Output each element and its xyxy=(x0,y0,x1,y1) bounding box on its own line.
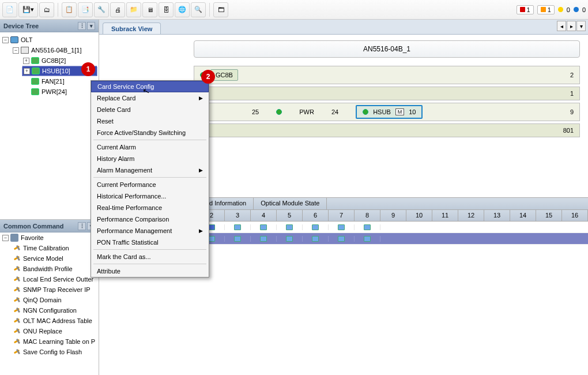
ctx-history-alarm[interactable]: History Alarm xyxy=(91,153,209,164)
tree-node-pwr[interactable]: PWR[24] xyxy=(22,87,97,97)
alarm-info-icon xyxy=(574,7,579,12)
ctx-performance-management[interactable]: Performance Management▶ xyxy=(91,225,209,237)
callout-badge-1: 1 xyxy=(81,62,95,76)
alarm-major-chip[interactable]: 1 xyxy=(537,5,555,14)
alarm-critical-chip[interactable]: 1 xyxy=(517,5,534,14)
port-icon xyxy=(260,224,267,230)
expand-icon[interactable]: − xyxy=(2,235,9,241)
toolbar-btn[interactable]: 🔧 xyxy=(94,2,109,17)
favorite-item[interactable]: Bandwidth Profile xyxy=(0,264,99,274)
port-icon xyxy=(312,236,319,242)
toolbar-btn[interactable]: 🖥 xyxy=(142,2,157,17)
td-port[interactable] xyxy=(277,236,303,242)
td-port[interactable] xyxy=(329,224,355,230)
toolbar-btn[interactable]: 🗄 xyxy=(159,2,174,17)
separator xyxy=(58,3,58,17)
expand-icon[interactable]: − xyxy=(13,47,19,54)
ctx-force-switching[interactable]: Force Active/Standby Switching xyxy=(91,127,209,138)
td-port[interactable] xyxy=(251,236,277,242)
favorite-item[interactable]: SNMP Trap Receiver IP xyxy=(0,284,99,295)
favorite-item[interactable]: OLT MAC Address Table xyxy=(0,316,99,326)
port-icon xyxy=(364,224,371,230)
slot-801[interactable]: 801 xyxy=(194,123,580,137)
ctx-attribute[interactable]: Attribute xyxy=(91,265,209,277)
node-label: OLT xyxy=(21,36,33,43)
favorite-item[interactable]: QinQ Domain xyxy=(0,295,99,305)
th-port-12: 12 xyxy=(458,210,484,221)
ctx-performance-comparison[interactable]: Performance Comparison xyxy=(91,213,209,225)
ctx-mark-card[interactable]: Mark the Card as... xyxy=(91,251,209,262)
tree-node-olt[interactable]: − OLT xyxy=(1,35,97,45)
device-tree: − OLT − AN5516-04B_1[1] + GC8B[2] + xyxy=(0,32,99,220)
tab-list-icon[interactable]: ▾ xyxy=(576,21,586,31)
toolbar-btn[interactable]: 🗔 xyxy=(213,2,228,17)
td-port[interactable] xyxy=(303,236,329,242)
card-icon xyxy=(32,68,40,74)
submenu-arrow-icon: ▶ xyxy=(199,167,203,173)
panel-menu-icon[interactable]: ⋮ xyxy=(78,22,86,30)
panel-menu-icon[interactable]: ⋮ xyxy=(78,222,86,230)
tab-prev-icon[interactable]: ◂ xyxy=(557,21,566,31)
toolbar-btn-dropdown[interactable]: 💾▾ xyxy=(18,2,38,17)
slot-empty-1[interactable]: 1 xyxy=(194,87,580,100)
tab-subrack-view[interactable]: Subrack View xyxy=(103,22,161,34)
td-port[interactable] xyxy=(225,224,251,230)
ctx-current-performance[interactable]: Current Performance xyxy=(91,179,209,190)
ctx-current-alarm[interactable]: Current Alarm xyxy=(91,141,209,153)
th-port-9: 9 xyxy=(380,210,406,221)
expand-icon[interactable]: − xyxy=(2,37,9,43)
favorite-label: OLT MAC Address Table xyxy=(23,317,92,324)
td-port[interactable] xyxy=(225,236,251,242)
favorite-item[interactable]: Local End Service Outter xyxy=(0,274,99,284)
toolbar-btn[interactable]: 🖨 xyxy=(110,2,125,17)
port-icon xyxy=(364,236,371,242)
hsub-label: HSUB xyxy=(373,108,391,115)
separator xyxy=(209,3,210,17)
td-port[interactable] xyxy=(251,224,277,230)
td-port[interactable] xyxy=(277,224,303,230)
td-port[interactable] xyxy=(303,224,329,230)
toolbar-btn[interactable]: 🔍 xyxy=(191,2,206,17)
expand-icon[interactable]: + xyxy=(24,68,30,74)
tree-node-shelf[interactable]: − AN5516-04B_1[1] xyxy=(12,45,97,55)
hsub-slot-num: 10 xyxy=(409,108,416,115)
ctx-pon-traffic[interactable]: PON Traffic Statistical xyxy=(91,237,209,248)
favorite-item[interactable]: NGN Configuration xyxy=(0,305,99,316)
th-port-13: 13 xyxy=(484,210,510,221)
toolbar-btn[interactable]: 🗂 xyxy=(39,2,54,17)
favorite-item[interactable]: Save Config to Flash xyxy=(0,347,99,357)
slot-mid[interactable]: 25 PWR 24 HSUB M 10 9 xyxy=(194,103,580,121)
toolbar-btn[interactable]: 🌐 xyxy=(175,2,190,17)
favorite-item[interactable]: Time Calibration xyxy=(0,243,99,253)
th-port-14: 14 xyxy=(510,210,536,221)
toolbar-btn[interactable]: 📄 xyxy=(2,2,17,17)
td-port[interactable] xyxy=(329,236,355,242)
separator xyxy=(93,177,206,178)
spacer xyxy=(23,78,29,85)
td-port[interactable] xyxy=(355,236,380,242)
ctx-reset[interactable]: Reset xyxy=(91,115,209,127)
favorite-item[interactable]: MAC Learning Table on P xyxy=(0,336,99,347)
hsub-card[interactable]: HSUB M 10 xyxy=(356,105,423,119)
slot-number: 1 xyxy=(570,90,574,97)
ctx-delete-card[interactable]: Delete Card xyxy=(91,104,209,115)
slot-gc8b[interactable]: GC8B 2 xyxy=(194,66,580,84)
toolbar-btn[interactable]: 📑 xyxy=(78,2,93,17)
ctx-realtime-performance[interactable]: Real-time Performance xyxy=(91,202,209,213)
toolbar-btn[interactable]: 📁 xyxy=(126,2,141,17)
favorite-root[interactable]: − Favorite xyxy=(0,232,99,243)
favorite-item[interactable]: ONU Replace xyxy=(0,326,99,336)
tree-node-fan[interactable]: FAN[21] xyxy=(22,76,97,87)
th-port-7: 7 xyxy=(329,210,355,221)
tab-optical-module[interactable]: Optical Module State xyxy=(254,198,327,209)
expand-icon[interactable]: + xyxy=(23,58,29,64)
favorite-item[interactable]: Service Model xyxy=(0,253,99,264)
port-icon xyxy=(286,236,293,242)
td-port[interactable] xyxy=(355,224,380,230)
panel-collapse-icon[interactable]: ▾ xyxy=(87,22,95,30)
ctx-alarm-management[interactable]: Alarm Management▶ xyxy=(91,164,209,176)
submenu-arrow-icon: ▶ xyxy=(199,228,203,234)
toolbar-btn[interactable]: 📋 xyxy=(62,2,77,17)
ctx-historical-performance[interactable]: Historical Performance... xyxy=(91,190,209,202)
tab-next-icon[interactable]: ▸ xyxy=(567,21,576,31)
